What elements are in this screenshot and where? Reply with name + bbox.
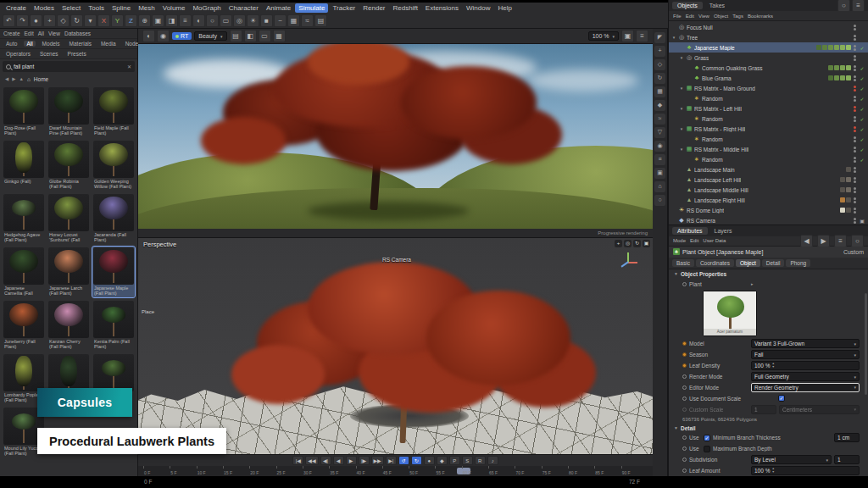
nav-forward-icon[interactable]: ▶ — [12, 76, 15, 81]
texture-tag-icon[interactable] — [846, 65, 851, 70]
next-key-button[interactable]: ▶▶ — [371, 456, 384, 465]
object-row-random[interactable]: ∗Random✓ — [669, 134, 868, 144]
menu-item-redshift[interactable]: Redshift — [390, 3, 421, 13]
edges-mode-icon[interactable]: ≈ — [654, 114, 665, 125]
editor-mode-dropdown[interactable]: Render Geometry ▾ — [751, 383, 860, 392]
viewport-label[interactable]: Perspective — [143, 241, 176, 248]
use-document-scale-checkbox[interactable]: ✓ — [778, 395, 785, 402]
object-row-blue-grama[interactable]: ♣Blue Grama✓ — [669, 73, 868, 83]
render-settings-icon[interactable]: ≡ — [179, 14, 192, 27]
keyframe-dot-icon[interactable] — [682, 435, 687, 440]
attr-menu-user-data[interactable]: User Data — [703, 238, 726, 243]
keyframe-dot-icon[interactable] — [682, 341, 687, 346]
rt-toggle-button[interactable]: RT — [172, 32, 192, 40]
asset-item[interactable]: Field Maple (Fall Plant) — [92, 86, 135, 137]
asset-item[interactable]: Japanese Camellia (Fall Plant) — [3, 247, 45, 297]
expand-icon[interactable]: ▸ — [751, 281, 754, 286]
visibility-dot-icon[interactable] — [854, 167, 856, 169]
goto-start-button[interactable]: |◀ — [292, 456, 303, 465]
visibility-dot-icon[interactable] — [854, 160, 856, 163]
menu-item-render[interactable]: Render — [359, 3, 388, 13]
asset-filter-tab-all[interactable]: All — [24, 41, 35, 47]
autokey-button[interactable]: ◆ — [437, 456, 448, 465]
axis-gizmo[interactable] — [619, 252, 639, 272]
keyframe-dot-icon[interactable] — [682, 446, 687, 451]
visibility-dots[interactable] — [854, 45, 856, 51]
visibility-dot-icon[interactable] — [854, 208, 856, 210]
keyframe-dot-icon[interactable] — [682, 458, 687, 462]
camera-icon[interactable]: ◎ — [233, 14, 246, 27]
simulation-icon[interactable]: ≈ — [301, 14, 314, 27]
enabled-check-icon[interactable]: ✓ — [859, 116, 865, 122]
region-render-icon[interactable]: ▭ — [259, 30, 271, 42]
keyframe-dot-icon[interactable] — [682, 469, 687, 473]
spinner-icon[interactable]: ▲▼ — [771, 468, 774, 474]
asset-item[interactable]: Japanese Maple (Fall Plant) — [92, 247, 135, 297]
texture-tag-icon[interactable] — [840, 177, 845, 182]
render-pass-dropdown[interactable]: Beauty ▾ — [194, 31, 226, 41]
coordinate-system-icon[interactable]: ⊕ — [138, 14, 151, 27]
keyframe-dot-icon[interactable] — [682, 396, 687, 401]
keyframe-mode-button[interactable]: ↻ — [411, 456, 422, 465]
visibility-dots[interactable] — [854, 86, 856, 92]
scale-tool-icon[interactable]: ◇ — [57, 14, 70, 27]
visibility-dots[interactable] — [854, 208, 856, 214]
visibility-dot-icon[interactable] — [854, 48, 856, 51]
visibility-dot-icon[interactable] — [854, 180, 856, 183]
attribute-section-coordinates[interactable]: Coordinates — [696, 259, 734, 267]
axis-mode-icon[interactable]: ◉ — [654, 141, 665, 152]
clear-search-icon[interactable]: ✕ — [127, 64, 131, 69]
texture-tag-icon[interactable] — [840, 45, 845, 50]
timeline-ruler[interactable]: 0 F5 F10 F15 F20 F25 F30 F35 F40 F45 F50… — [138, 466, 653, 476]
menu-item-extensions[interactable]: Extensions — [422, 3, 462, 13]
attribute-section-basic[interactable]: Basic — [672, 259, 694, 267]
visibility-dot-icon[interactable] — [854, 58, 856, 61]
object-row-rs-matrix-main-ground[interactable]: ▾▦RS Matrix - Main Ground✓ — [669, 83, 868, 93]
asset-item[interactable]: Hedgehog Agave (Fall Plant) — [3, 193, 45, 244]
enabled-check-icon[interactable]: ✓ — [859, 136, 865, 142]
render-view-icon[interactable]: ▣ — [152, 14, 164, 27]
visibility-dot-icon[interactable] — [854, 75, 856, 78]
asset-menu-databases[interactable]: Databases — [64, 30, 91, 36]
visibility-dot-icon[interactable] — [854, 147, 856, 149]
texture-tag-icon[interactable] — [846, 197, 851, 202]
enabled-check-icon[interactable]: ✓ — [859, 126, 865, 132]
find-icon[interactable]: ○ — [851, 235, 864, 247]
visibility-dot-icon[interactable] — [854, 150, 856, 152]
redo-icon[interactable]: ↷ — [16, 14, 29, 27]
scrollbar[interactable] — [865, 293, 867, 395]
texture-tag-icon[interactable] — [840, 208, 845, 213]
visibility-dots[interactable] — [854, 147, 856, 152]
visibility-dot-icon[interactable] — [854, 86, 856, 88]
texture-tag-icon[interactable] — [840, 65, 845, 70]
visibility-dot-icon[interactable] — [854, 170, 856, 173]
season-dropdown[interactable]: Fall ▾ — [751, 350, 860, 359]
texture-tag-icon[interactable] — [846, 167, 851, 172]
asset-menu-create[interactable]: Create — [3, 30, 20, 36]
object-properties-header[interactable]: ▼ Object Properties — [669, 269, 868, 279]
next-frame-button[interactable]: |▶ — [359, 456, 370, 465]
home-view-icon[interactable]: ⌂ — [654, 181, 665, 192]
menu-item-animate[interactable]: Animate — [263, 3, 294, 13]
visibility-dot-icon[interactable] — [854, 116, 856, 119]
enabled-check-icon[interactable]: ✓ — [859, 96, 865, 102]
texture-tag-icon[interactable] — [834, 75, 839, 80]
menu-item-character[interactable]: Character — [225, 3, 262, 13]
texture-tag-icon[interactable] — [828, 65, 833, 70]
object-manager-tab-takes[interactable]: Takes — [704, 2, 730, 9]
model-dropdown[interactable]: Variant 3 Full-Grown ▾ — [751, 339, 860, 348]
asset-filter-tab-models[interactable]: Models — [40, 41, 63, 47]
plant-preview-thumbnail[interactable]: Acer palmatum — [703, 291, 757, 336]
visibility-dot-icon[interactable] — [854, 130, 856, 132]
visibility-dots[interactable] — [854, 25, 856, 30]
menu-item-create[interactable]: Create — [3, 3, 30, 13]
collapse-icon[interactable]: ▾ — [679, 86, 684, 91]
visibility-dot-icon[interactable] — [854, 136, 856, 139]
visibility-dots[interactable] — [854, 75, 856, 81]
object-row-common-quaking-grass[interactable]: ♣Common Quaking Grass✓ — [669, 63, 868, 73]
visibility-dot-icon[interactable] — [854, 89, 856, 92]
om-menu-tags[interactable]: Tags — [732, 14, 743, 19]
visibility-dots[interactable] — [854, 126, 856, 132]
asset-menu-edit[interactable]: Edit — [25, 30, 34, 36]
visibility-dots[interactable] — [854, 218, 856, 224]
